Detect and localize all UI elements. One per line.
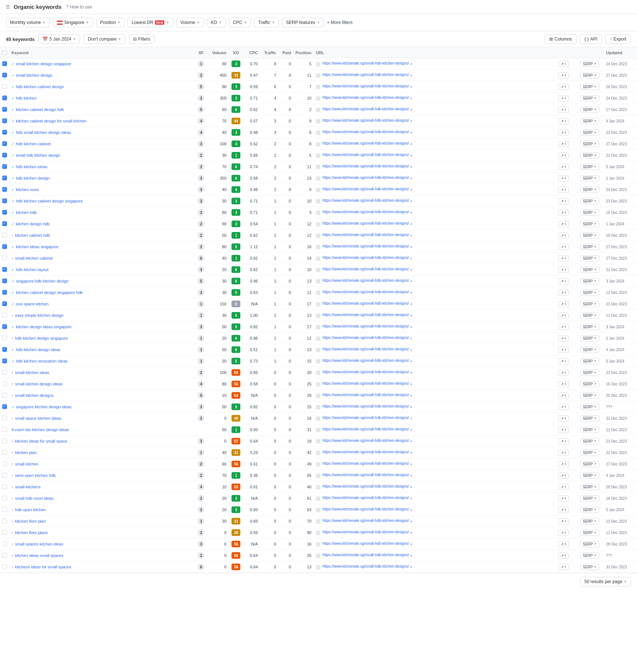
graph-btn[interactable]: ↗ ⌇: [558, 461, 569, 467]
graph-cell[interactable]: ↗ ⌇: [556, 367, 578, 378]
serp-btn[interactable]: SERP ▼: [580, 541, 599, 547]
url-caret[interactable]: ▾: [410, 291, 412, 295]
serp-cell[interactable]: SERP ▼: [578, 81, 604, 93]
row-checkbox-cell[interactable]: [0, 115, 9, 127]
graph-btn[interactable]: ↗ ⌇: [558, 404, 569, 410]
graph-btn[interactable]: ↗ ⌇: [558, 472, 569, 479]
serp-btn[interactable]: SERP ▼: [580, 72, 599, 79]
graph-btn[interactable]: ↗ ⌇: [558, 484, 569, 490]
serp-cell[interactable]: SERP ▼: [578, 230, 604, 241]
row-checkbox[interactable]: [2, 176, 7, 180]
url-caret[interactable]: ▾: [410, 382, 412, 386]
graph-cell[interactable]: ↗ ⌇: [556, 310, 578, 321]
url-link[interactable]: https://www.kitchenate.sg/small-hdb-kitc…: [323, 484, 409, 488]
graph-btn[interactable]: ↗ ⌇: [558, 392, 569, 399]
url-link[interactable]: https://www.kitchenate.sg/small-hdb-kitc…: [323, 358, 409, 363]
serp-cell[interactable]: SERP ▼: [578, 184, 604, 195]
kd-btn[interactable]: KD ▼: [207, 18, 226, 27]
url-link[interactable]: https://www.kitchenate.sg/small-hdb-kitc…: [323, 96, 409, 100]
url-caret[interactable]: ▾: [410, 199, 412, 203]
graph-btn[interactable]: ↗ ⌇: [558, 301, 569, 307]
url-caret[interactable]: ▾: [410, 279, 412, 283]
serp-cell[interactable]: SERP ▼: [578, 241, 604, 253]
url-caret[interactable]: ▾: [410, 96, 412, 100]
cpc-btn[interactable]: CPC ▼: [229, 18, 251, 27]
graph-btn[interactable]: ↗ ⌇: [558, 175, 569, 181]
help-link[interactable]: ? How to use: [66, 4, 92, 10]
serp-btn[interactable]: SERP ▼: [580, 209, 599, 216]
row-checkbox[interactable]: [2, 484, 7, 489]
row-checkbox[interactable]: [2, 210, 7, 215]
row-checkbox-cell[interactable]: [0, 298, 9, 310]
graph-cell[interactable]: ↗ ⌇: [556, 173, 578, 184]
url-caret[interactable]: ▾: [410, 268, 412, 272]
serp-cell[interactable]: SERP ▼: [578, 356, 604, 367]
url-caret[interactable]: ▾: [410, 485, 412, 489]
export-btn[interactable]: ↑ Export: [605, 34, 631, 44]
serp-btn[interactable]: SERP ▼: [580, 427, 599, 433]
url-link[interactable]: https://www.kitchenate.sg/small-hdb-kitc…: [323, 461, 409, 465]
header-position[interactable]: Position: [293, 47, 313, 58]
url-caret[interactable]: ▾: [410, 439, 412, 443]
url-caret[interactable]: ▾: [410, 542, 412, 546]
url-link[interactable]: https://www.kitchenate.sg/small-hdb-kitc…: [323, 450, 409, 454]
graph-cell[interactable]: ↗ ⌇: [556, 538, 578, 550]
serp-btn[interactable]: SERP ▼: [580, 221, 599, 227]
api-btn[interactable]: { } API: [580, 34, 602, 44]
graph-cell[interactable]: ↗ ⌇: [556, 70, 578, 81]
serp-cell[interactable]: SERP ▼: [578, 333, 604, 344]
url-link[interactable]: https://www.kitchenate.sg/small-hdb-kitc…: [323, 187, 409, 191]
serp-cell[interactable]: SERP ▼: [578, 264, 604, 276]
url-link[interactable]: https://www.kitchenate.sg/small-hdb-kitc…: [323, 244, 409, 248]
serp-btn[interactable]: SERP ▼: [580, 84, 599, 90]
row-checkbox[interactable]: [2, 290, 7, 295]
serp-cell[interactable]: SERP ▼: [578, 298, 604, 310]
row-checkbox[interactable]: [2, 118, 7, 123]
graph-cell[interactable]: ↗ ⌇: [556, 287, 578, 298]
row-checkbox-cell[interactable]: [0, 538, 9, 550]
url-link[interactable]: https://www.kitchenate.sg/small-hdb-kitc…: [323, 61, 409, 65]
url-link[interactable]: https://www.kitchenate.sg/small-hdb-kitc…: [323, 233, 409, 237]
graph-btn[interactable]: ↗ ⌇: [558, 232, 569, 239]
url-caret[interactable]: ▾: [410, 256, 412, 260]
row-checkbox-cell[interactable]: [0, 195, 9, 207]
url-link[interactable]: https://www.kitchenate.sg/small-hdb-kitc…: [323, 427, 409, 431]
row-checkbox-cell[interactable]: [0, 207, 9, 218]
graph-btn[interactable]: ↗ ⌇: [558, 198, 569, 204]
graph-btn[interactable]: ↗ ⌇: [558, 427, 569, 433]
serp-cell[interactable]: SERP ▼: [578, 93, 604, 104]
url-link[interactable]: https://www.kitchenate.sg/small-hdb-kitc…: [323, 210, 409, 214]
url-caret[interactable]: ▾: [410, 176, 412, 180]
url-link[interactable]: https://www.kitchenate.sg/small-hdb-kitc…: [323, 164, 409, 168]
row-checkbox[interactable]: [2, 61, 7, 66]
graph-cell[interactable]: ↗ ⌇: [556, 390, 578, 401]
compare-btn[interactable]: Don't compare ▼: [84, 34, 125, 44]
serp-cell[interactable]: SERP ▼: [578, 390, 604, 401]
graph-cell[interactable]: ↗ ⌇: [556, 115, 578, 127]
url-caret[interactable]: ▾: [410, 302, 412, 306]
url-link[interactable]: https://www.kitchenate.sg/small-hdb-kitc…: [323, 519, 409, 523]
url-caret[interactable]: ▾: [410, 462, 412, 466]
row-checkbox-cell[interactable]: [0, 287, 9, 298]
graph-btn[interactable]: ↗ ⌇: [558, 244, 569, 250]
graph-btn[interactable]: ↗ ⌇: [558, 290, 569, 296]
url-caret[interactable]: ▾: [410, 451, 412, 455]
row-checkbox-cell[interactable]: [0, 321, 9, 333]
header-volume[interactable]: Volume: [206, 47, 229, 58]
row-checkbox[interactable]: [2, 450, 7, 455]
serp-cell[interactable]: SERP ▼: [578, 458, 604, 470]
header-checkbox[interactable]: [0, 47, 9, 58]
url-link[interactable]: https://www.kitchenate.sg/small-hdb-kitc…: [323, 221, 409, 225]
serp-btn[interactable]: SERP ▼: [580, 198, 599, 204]
serp-btn[interactable]: SERP ▼: [580, 553, 599, 559]
row-checkbox-cell[interactable]: [0, 184, 9, 195]
serp-btn[interactable]: SERP ▼: [580, 438, 599, 444]
graph-btn[interactable]: ↗ ⌇: [558, 415, 569, 422]
row-checkbox[interactable]: [2, 73, 7, 77]
url-caret[interactable]: ▾: [410, 336, 412, 340]
more-filters-btn[interactable]: + More filters: [327, 20, 353, 25]
serp-cell[interactable]: SERP ▼: [578, 436, 604, 447]
graph-btn[interactable]: ↗ ⌇: [558, 347, 569, 353]
row-checkbox[interactable]: [2, 313, 7, 318]
graph-cell[interactable]: ↗ ⌇: [556, 470, 578, 481]
